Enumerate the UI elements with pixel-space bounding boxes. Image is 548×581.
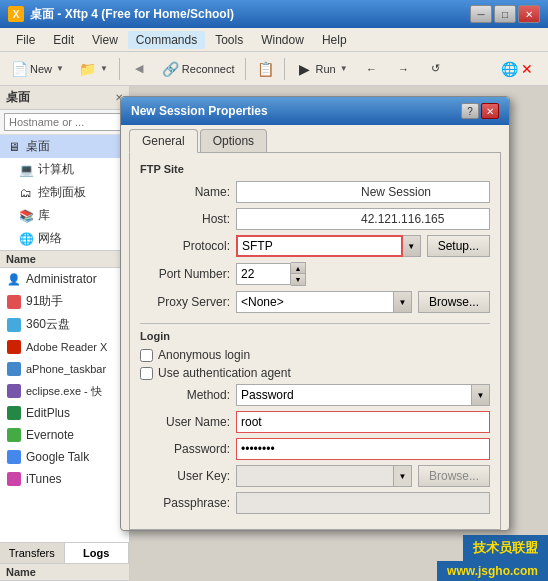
toolbar-separator-2 — [245, 58, 246, 80]
form-row-proxy: Proxy Server: <None> ▼ Browse... — [140, 291, 490, 313]
main-area: 桌面 ✕ 🖥 桌面 💻 计算机 🗂 控制面 — [0, 86, 548, 581]
folder-btn[interactable]: 📁 ▼ — [73, 56, 115, 82]
ftp-site-label: FTP Site — [140, 163, 490, 175]
anonymous-checkbox[interactable] — [140, 349, 153, 362]
form-row-passphrase: Passphrase: — [140, 492, 490, 514]
browse-button-2[interactable]: Browse... — [418, 465, 490, 487]
tab-content-general: FTP Site Name: New Session Host: 42.121.… — [129, 152, 501, 530]
method-select[interactable]: Password — [236, 384, 472, 406]
watermark-area: 技术员联盟 www.jsgho.com — [437, 535, 548, 581]
minimize-button[interactable]: ─ — [470, 5, 492, 23]
protocol-value: SFTP — [242, 239, 273, 253]
method-dropdown-btn[interactable]: ▼ — [472, 384, 490, 406]
port-label: Port Number: — [140, 267, 230, 281]
new-button[interactable]: 📄 New ▼ — [4, 56, 71, 82]
form-row-protocol: Protocol: SFTP ▼ Setup... — [140, 235, 490, 257]
form-row-method: Method: Password ▼ — [140, 384, 490, 406]
passphrase-input[interactable] — [236, 492, 490, 514]
nav-back-btn[interactable]: ← — [357, 56, 387, 82]
proxy-label: Proxy Server: — [140, 295, 230, 309]
folder-dropdown-arrow: ▼ — [100, 64, 108, 73]
menu-window[interactable]: Window — [253, 31, 312, 49]
nav-back-icon: ← — [364, 61, 380, 77]
reconnect-label: Reconnect — [182, 63, 235, 75]
checkbox-row-auth: Use authentication agent — [140, 366, 490, 380]
disconnect-icon: ✕ — [521, 61, 533, 77]
form-row-host: Host: 42.121.116.165 — [140, 208, 490, 230]
dialog-title-bar: New Session Properties ? ✕ — [121, 97, 509, 125]
run-button[interactable]: ▶ Run ▼ — [289, 56, 354, 82]
userkey-select[interactable] — [236, 465, 394, 487]
transfer-icon: 📋 — [257, 61, 273, 77]
form-row-name: Name: New Session — [140, 181, 490, 203]
menu-edit[interactable]: Edit — [45, 31, 82, 49]
refresh-icon: ↺ — [428, 61, 444, 77]
run-label: Run — [315, 63, 335, 75]
close-window-button[interactable]: ✕ — [518, 5, 540, 23]
proxy-dropdown-btn[interactable]: ▼ — [394, 291, 412, 313]
name-input[interactable] — [236, 181, 490, 203]
menu-file[interactable]: File — [8, 31, 43, 49]
anonymous-label: Anonymous login — [158, 348, 250, 362]
dialog-help-button[interactable]: ? — [461, 103, 479, 119]
session-icon-btn[interactable]: 🌐 ✕ — [494, 56, 540, 82]
protocol-dropdown-btn[interactable]: ▼ — [403, 235, 421, 257]
menu-help[interactable]: Help — [314, 31, 355, 49]
ftp-site-section: FTP Site Name: New Session Host: 42.121.… — [140, 163, 490, 313]
menu-commands[interactable]: Commands — [128, 31, 205, 49]
passphrase-label: Passphrase: — [140, 496, 230, 510]
method-value: Password — [241, 388, 294, 402]
dialog-title: New Session Properties — [131, 104, 268, 118]
browse-button-1[interactable]: Browse... — [418, 291, 490, 313]
menu-tools[interactable]: Tools — [207, 31, 251, 49]
window-title: 桌面 - Xftp 4 (Free for Home/School) — [30, 6, 470, 23]
username-input[interactable] — [236, 411, 490, 433]
connect-icon: 🌐 — [501, 61, 518, 77]
new-session-dialog: New Session Properties ? ✕ General Optio… — [120, 96, 510, 531]
watermark-url: www.jsgho.com — [437, 561, 548, 581]
proxy-select[interactable]: <None> — [236, 291, 394, 313]
setup-button[interactable]: Setup... — [427, 235, 490, 257]
auth-agent-checkbox[interactable] — [140, 367, 153, 380]
tab-general[interactable]: General — [129, 129, 198, 153]
password-input[interactable] — [236, 438, 490, 460]
userkey-label: User Key: — [140, 469, 230, 483]
port-decrement-btn[interactable]: ▼ — [291, 274, 305, 285]
menu-view[interactable]: View — [84, 31, 126, 49]
checkbox-row-anonymous: Anonymous login — [140, 348, 490, 362]
tab-options[interactable]: Options — [200, 129, 267, 152]
userkey-dropdown-btn[interactable]: ▼ — [394, 465, 412, 487]
new-icon: 📄 — [11, 61, 27, 77]
toolbar-separator-3 — [284, 58, 285, 80]
run-icon: ▶ — [296, 61, 312, 77]
back-button[interactable]: ◀ — [124, 56, 154, 82]
title-bar: X 桌面 - Xftp 4 (Free for Home/School) ─ □… — [0, 0, 548, 28]
refresh-btn[interactable]: ↺ — [421, 56, 451, 82]
maximize-button[interactable]: □ — [494, 5, 516, 23]
watermark-chinese: 技术员联盟 — [463, 535, 548, 561]
menu-bar: File Edit View Commands Tools Window Hel… — [0, 28, 548, 52]
folder-icon: 📁 — [80, 61, 96, 77]
form-row-username: User Name: — [140, 411, 490, 433]
nav-forward-btn[interactable]: → — [389, 56, 419, 82]
dialog-overlay: New Session Properties ? ✕ General Optio… — [0, 86, 548, 581]
reconnect-icon: 🔗 — [163, 61, 179, 77]
port-increment-btn[interactable]: ▲ — [291, 263, 305, 274]
form-row-password: Password: — [140, 438, 490, 460]
back-icon: ◀ — [131, 61, 147, 77]
dialog-close-button[interactable]: ✕ — [481, 103, 499, 119]
proxy-value: <None> — [241, 295, 284, 309]
reconnect-button[interactable]: 🔗 Reconnect — [156, 56, 242, 82]
transfer-btn[interactable]: 📋 — [250, 56, 280, 82]
method-label: Method: — [140, 388, 230, 402]
login-section: Login Anonymous login Use authentication… — [140, 323, 490, 514]
username-label: User Name: — [140, 415, 230, 429]
form-row-port: Port Number: ▲ ▼ — [140, 262, 490, 286]
run-dropdown-arrow: ▼ — [340, 64, 348, 73]
host-input[interactable] — [236, 208, 490, 230]
form-row-userkey: User Key: ▼ Browse... — [140, 465, 490, 487]
toolbar-separator-1 — [119, 58, 120, 80]
protocol-select[interactable]: SFTP — [236, 235, 403, 257]
port-input[interactable] — [236, 263, 291, 285]
app-icon: X — [8, 6, 24, 22]
